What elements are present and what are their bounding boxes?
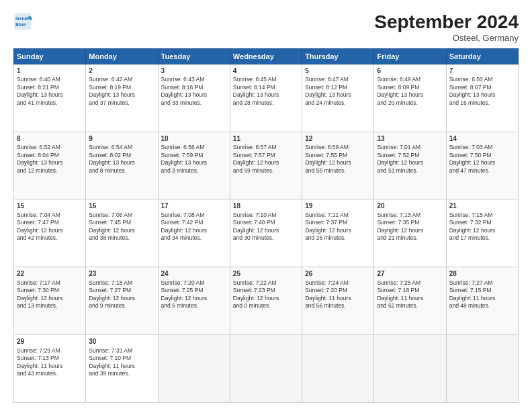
month-title: September 2024 [374,12,519,33]
svg-rect-0 [15,13,32,30]
day-info-line: Sunset: 7:45 PM [89,219,154,226]
day-info-line: and 5 minutes. [161,302,227,310]
day-cell-5: 5Sunrise: 6:47 AMSunset: 8:12 PMDaylight… [302,64,374,132]
day-info-line: Daylight: 12 hours [449,227,515,234]
day-info-line: Daylight: 11 hours [377,295,443,302]
day-cell-7: 7Sunrise: 6:50 AMSunset: 8:07 PMDaylight… [446,64,518,132]
day-number: 17 [161,201,227,211]
day-info-line: Sunset: 8:09 PM [377,84,443,91]
day-info-line: Sunrise: 6:59 AM [305,144,371,151]
day-number: 20 [377,201,443,211]
day-info-line: and 43 minutes. [17,370,83,377]
day-info-line: and 9 minutes. [89,302,154,310]
day-number: 8 [17,134,83,144]
day-info-line: and 20 minutes. [377,99,443,107]
day-info-line: Sunrise: 7:31 AM [89,347,154,355]
day-info-line: Sunset: 7:10 PM [89,355,154,362]
day-info-line: Daylight: 13 hours [17,159,83,167]
day-info-line: Sunrise: 6:45 AM [233,76,299,83]
day-info-line: Sunset: 8:16 PM [161,84,227,91]
day-info-line: Sunrise: 7:18 AM [89,279,154,287]
day-info-line: Sunrise: 7:13 AM [377,212,443,219]
logo-icon: General Blue [13,12,32,31]
col-header-friday: Friday [374,48,446,64]
day-info-line: Sunset: 7:57 PM [233,152,299,159]
day-number: 7 [449,66,515,76]
day-cell-14: 14Sunrise: 7:03 AMSunset: 7:50 PMDayligh… [446,132,518,199]
day-number: 15 [17,201,83,211]
day-info-line: Sunset: 7:20 PM [305,287,371,294]
day-info-line: Sunset: 7:52 PM [377,152,443,159]
location: Osteel, Germany [374,33,519,43]
day-info-line: and 37 minutes. [89,99,154,107]
day-info-line: Sunset: 7:35 PM [377,219,443,226]
day-cell-2: 2Sunrise: 6:42 AMSunset: 8:19 PMDaylight… [86,64,158,132]
day-info-line: Daylight: 12 hours [89,295,154,302]
day-info-line: and 39 minutes. [89,370,154,377]
day-info-line: Sunrise: 7:01 AM [377,144,443,151]
day-info-line: Sunset: 7:15 PM [449,287,515,294]
day-number: 14 [449,134,515,144]
day-cell-24: 24Sunrise: 7:20 AMSunset: 7:25 PMDayligh… [158,267,230,335]
col-header-sunday: Sunday [14,48,86,64]
day-info-line: Daylight: 13 hours [305,91,371,99]
day-info-line: Sunrise: 7:03 AM [449,144,515,151]
day-info-line: and 34 minutes. [161,234,227,242]
day-info-line: and 56 minutes. [305,302,371,310]
day-info-line: Sunset: 7:50 PM [449,152,515,159]
day-cell-13: 13Sunrise: 7:01 AMSunset: 7:52 PMDayligh… [374,132,446,199]
day-info-line: Sunrise: 7:06 AM [89,212,154,219]
day-info-line: Daylight: 12 hours [89,227,154,234]
calendar-week-3: 15Sunrise: 7:04 AMSunset: 7:47 PMDayligh… [14,199,519,267]
col-header-tuesday: Tuesday [158,48,230,64]
day-info-line: Daylight: 12 hours [233,227,299,234]
day-info-line: Daylight: 13 hours [89,159,154,167]
day-info-line: and 12 minutes. [17,167,83,175]
day-cell-6: 6Sunrise: 6:49 AMSunset: 8:09 PMDaylight… [374,64,446,132]
day-info-line: Sunrise: 6:47 AM [305,76,371,83]
day-number: 26 [305,269,371,279]
day-cell-3: 3Sunrise: 6:43 AMSunset: 8:16 PMDaylight… [158,64,230,132]
day-info-line: and 13 minutes. [17,302,83,310]
empty-cell [446,335,518,403]
day-info-line: Daylight: 12 hours [17,227,83,234]
day-number: 10 [161,134,227,144]
day-info-line: and 47 minutes. [449,167,515,175]
day-number: 22 [17,269,83,279]
day-cell-15: 15Sunrise: 7:04 AMSunset: 7:47 PMDayligh… [14,199,86,267]
logo: General Blue [13,12,32,31]
day-cell-26: 26Sunrise: 7:24 AMSunset: 7:20 PMDayligh… [302,267,374,335]
day-info-line: Sunset: 7:25 PM [161,287,227,294]
day-info-line: Daylight: 11 hours [17,363,83,370]
day-info-line: Daylight: 12 hours [377,227,443,234]
day-info-line: Daylight: 13 hours [17,91,83,99]
day-info-line: Daylight: 13 hours [449,91,515,99]
day-info-line: and 41 minutes. [17,99,83,107]
day-cell-28: 28Sunrise: 7:27 AMSunset: 7:15 PMDayligh… [446,267,518,335]
day-number: 29 [17,337,83,347]
day-cell-18: 18Sunrise: 7:10 AMSunset: 7:40 PMDayligh… [230,199,302,267]
day-cell-11: 11Sunrise: 6:57 AMSunset: 7:57 PMDayligh… [230,132,302,199]
day-number: 5 [305,66,371,76]
day-cell-22: 22Sunrise: 7:17 AMSunset: 7:30 PMDayligh… [14,267,86,335]
day-info-line: Daylight: 12 hours [449,159,515,167]
day-cell-25: 25Sunrise: 7:22 AMSunset: 7:23 PMDayligh… [230,267,302,335]
day-info-line: Sunset: 7:13 PM [17,355,83,362]
day-info-line: Sunrise: 6:43 AM [161,76,227,83]
empty-cell [302,335,374,403]
day-info-line: Sunset: 7:32 PM [449,219,515,226]
day-number: 2 [89,66,154,76]
day-info-line: and 42 minutes. [17,234,83,242]
day-cell-21: 21Sunrise: 7:15 AMSunset: 7:32 PMDayligh… [446,199,518,267]
day-info-line: and 33 minutes. [161,99,227,107]
day-number: 30 [89,337,154,347]
day-info-line: Sunrise: 7:10 AM [233,212,299,219]
day-cell-9: 9Sunrise: 6:54 AMSunset: 8:02 PMDaylight… [86,132,158,199]
day-cell-4: 4Sunrise: 6:45 AMSunset: 8:14 PMDaylight… [230,64,302,132]
day-info-line: Daylight: 11 hours [305,295,371,302]
day-info-line: and 17 minutes. [449,234,515,242]
day-info-line: Sunset: 7:59 PM [161,152,227,159]
day-info-line: and 8 minutes. [89,167,154,175]
day-info-line: and 28 minutes. [233,99,299,107]
day-number: 4 [233,66,299,76]
